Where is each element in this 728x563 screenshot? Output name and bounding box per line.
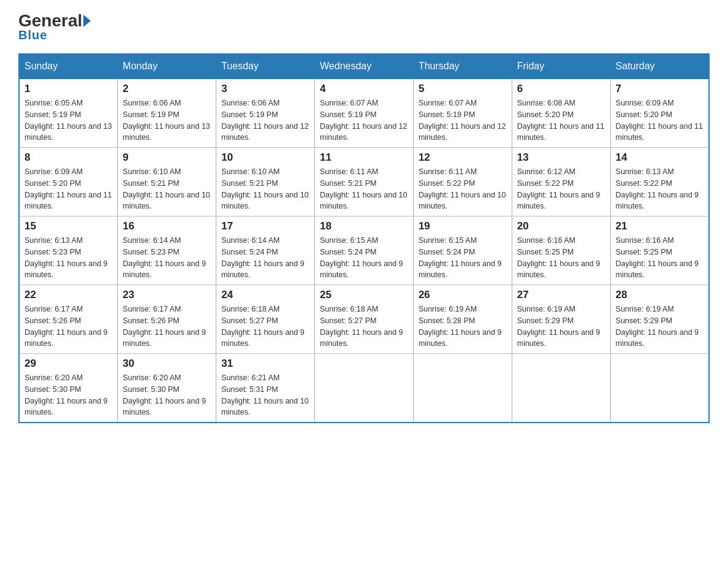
day-number: 8 (25, 151, 112, 164)
calendar-cell: 25 Sunrise: 6:18 AMSunset: 5:27 PMDaylig… (315, 285, 414, 354)
day-info: Sunrise: 6:15 AMSunset: 5:24 PMDaylight:… (419, 235, 507, 281)
day-number: 21 (616, 220, 703, 232)
calendar-cell: 6 Sunrise: 6:08 AMSunset: 5:20 PMDayligh… (512, 79, 610, 148)
header-saturday: Saturday (610, 54, 709, 79)
day-number: 18 (320, 220, 408, 232)
day-info: Sunrise: 6:17 AMSunset: 5:26 PMDaylight:… (123, 304, 211, 350)
header-tuesday: Tuesday (216, 54, 315, 79)
day-number: 6 (517, 83, 605, 95)
day-number: 17 (221, 220, 309, 232)
day-number: 9 (123, 151, 211, 164)
logo-triangle-icon (83, 15, 91, 27)
day-number: 26 (419, 289, 507, 301)
day-number: 4 (320, 83, 408, 95)
day-info: Sunrise: 6:07 AMSunset: 5:19 PMDaylight:… (320, 98, 408, 144)
day-number: 22 (25, 289, 112, 301)
header-wednesday: Wednesday (315, 54, 414, 79)
day-info: Sunrise: 6:14 AMSunset: 5:23 PMDaylight:… (123, 235, 211, 281)
calendar-cell: 13 Sunrise: 6:12 AMSunset: 5:22 PMDaylig… (512, 148, 610, 216)
header-monday: Monday (118, 54, 216, 79)
calendar-cell: 18 Sunrise: 6:15 AMSunset: 5:24 PMDaylig… (315, 216, 414, 285)
calendar-cell: 26 Sunrise: 6:19 AMSunset: 5:28 PMDaylig… (413, 285, 512, 354)
day-number: 3 (221, 83, 309, 95)
day-number: 28 (616, 289, 703, 301)
header-friday: Friday (512, 54, 610, 79)
page-header: General Blue (18, 12, 710, 42)
calendar-cell (610, 354, 709, 423)
calendar-header-row: SundayMondayTuesdayWednesdayThursdayFrid… (19, 54, 709, 79)
day-number: 27 (517, 289, 605, 301)
day-info: Sunrise: 6:09 AMSunset: 5:20 PMDaylight:… (25, 166, 112, 212)
day-number: 13 (517, 151, 605, 164)
calendar-table: SundayMondayTuesdayWednesdayThursdayFrid… (18, 53, 710, 423)
header-thursday: Thursday (413, 54, 512, 79)
calendar-cell: 7 Sunrise: 6:09 AMSunset: 5:20 PMDayligh… (610, 79, 709, 148)
logo-blue-text: Blue (18, 28, 47, 42)
day-info: Sunrise: 6:06 AMSunset: 5:19 PMDaylight:… (221, 98, 309, 144)
calendar-cell (413, 354, 512, 423)
day-info: Sunrise: 6:12 AMSunset: 5:22 PMDaylight:… (517, 166, 605, 212)
week-row-1: 1 Sunrise: 6:05 AMSunset: 5:19 PMDayligh… (19, 79, 709, 148)
calendar-cell: 24 Sunrise: 6:18 AMSunset: 5:27 PMDaylig… (216, 285, 315, 354)
calendar-cell (512, 354, 610, 423)
calendar-cell: 23 Sunrise: 6:17 AMSunset: 5:26 PMDaylig… (118, 285, 216, 354)
day-number: 2 (123, 83, 211, 95)
day-info: Sunrise: 6:14 AMSunset: 5:24 PMDaylight:… (221, 235, 309, 281)
day-number: 5 (419, 83, 507, 95)
day-info: Sunrise: 6:11 AMSunset: 5:22 PMDaylight:… (419, 166, 507, 212)
day-number: 19 (419, 220, 507, 232)
day-info: Sunrise: 6:13 AMSunset: 5:23 PMDaylight:… (25, 235, 112, 281)
calendar-cell: 30 Sunrise: 6:20 AMSunset: 5:30 PMDaylig… (118, 354, 216, 423)
calendar-cell: 10 Sunrise: 6:10 AMSunset: 5:21 PMDaylig… (216, 148, 315, 216)
day-number: 29 (25, 358, 112, 370)
day-info: Sunrise: 6:18 AMSunset: 5:27 PMDaylight:… (221, 304, 309, 350)
calendar-cell (315, 354, 414, 423)
day-info: Sunrise: 6:21 AMSunset: 5:31 PMDaylight:… (221, 372, 309, 418)
calendar-cell: 17 Sunrise: 6:14 AMSunset: 5:24 PMDaylig… (216, 216, 315, 285)
day-info: Sunrise: 6:19 AMSunset: 5:28 PMDaylight:… (419, 304, 507, 350)
calendar-cell: 14 Sunrise: 6:13 AMSunset: 5:22 PMDaylig… (610, 148, 709, 216)
day-info: Sunrise: 6:20 AMSunset: 5:30 PMDaylight:… (123, 372, 211, 418)
calendar-cell: 15 Sunrise: 6:13 AMSunset: 5:23 PMDaylig… (19, 216, 118, 285)
calendar-cell: 9 Sunrise: 6:10 AMSunset: 5:21 PMDayligh… (118, 148, 216, 216)
calendar-cell: 4 Sunrise: 6:07 AMSunset: 5:19 PMDayligh… (315, 79, 414, 148)
week-row-5: 29 Sunrise: 6:20 AMSunset: 5:30 PMDaylig… (19, 354, 709, 423)
day-info: Sunrise: 6:07 AMSunset: 5:19 PMDaylight:… (419, 98, 507, 144)
day-info: Sunrise: 6:08 AMSunset: 5:20 PMDaylight:… (517, 98, 605, 144)
day-info: Sunrise: 6:16 AMSunset: 5:25 PMDaylight:… (517, 235, 605, 281)
day-number: 25 (320, 289, 408, 301)
calendar-cell: 8 Sunrise: 6:09 AMSunset: 5:20 PMDayligh… (19, 148, 118, 216)
calendar-cell: 31 Sunrise: 6:21 AMSunset: 5:31 PMDaylig… (216, 354, 315, 423)
day-number: 30 (123, 358, 211, 370)
day-number: 15 (25, 220, 112, 232)
day-info: Sunrise: 6:05 AMSunset: 5:19 PMDaylight:… (25, 98, 112, 144)
day-number: 11 (320, 151, 408, 164)
calendar-cell: 21 Sunrise: 6:16 AMSunset: 5:25 PMDaylig… (610, 216, 709, 285)
day-info: Sunrise: 6:18 AMSunset: 5:27 PMDaylight:… (320, 304, 408, 350)
day-info: Sunrise: 6:20 AMSunset: 5:30 PMDaylight:… (25, 372, 112, 418)
day-info: Sunrise: 6:10 AMSunset: 5:21 PMDaylight:… (123, 166, 211, 212)
calendar-cell: 3 Sunrise: 6:06 AMSunset: 5:19 PMDayligh… (216, 79, 315, 148)
day-number: 14 (616, 151, 703, 164)
day-info: Sunrise: 6:13 AMSunset: 5:22 PMDaylight:… (616, 166, 703, 212)
calendar-cell: 2 Sunrise: 6:06 AMSunset: 5:19 PMDayligh… (118, 79, 216, 148)
day-number: 31 (221, 358, 309, 370)
day-number: 20 (517, 220, 605, 232)
calendar-cell: 22 Sunrise: 6:17 AMSunset: 5:26 PMDaylig… (19, 285, 118, 354)
calendar-cell: 28 Sunrise: 6:19 AMSunset: 5:29 PMDaylig… (610, 285, 709, 354)
day-number: 23 (123, 289, 211, 301)
header-sunday: Sunday (19, 54, 118, 79)
day-number: 12 (419, 151, 507, 164)
day-info: Sunrise: 6:19 AMSunset: 5:29 PMDaylight:… (517, 304, 605, 350)
logo: General Blue (18, 12, 91, 42)
calendar-cell: 16 Sunrise: 6:14 AMSunset: 5:23 PMDaylig… (118, 216, 216, 285)
calendar-cell: 11 Sunrise: 6:11 AMSunset: 5:21 PMDaylig… (315, 148, 414, 216)
calendar-cell: 19 Sunrise: 6:15 AMSunset: 5:24 PMDaylig… (413, 216, 512, 285)
day-info: Sunrise: 6:15 AMSunset: 5:24 PMDaylight:… (320, 235, 408, 281)
week-row-4: 22 Sunrise: 6:17 AMSunset: 5:26 PMDaylig… (19, 285, 709, 354)
day-number: 16 (123, 220, 211, 232)
day-info: Sunrise: 6:10 AMSunset: 5:21 PMDaylight:… (221, 166, 309, 212)
day-info: Sunrise: 6:16 AMSunset: 5:25 PMDaylight:… (616, 235, 703, 281)
calendar-cell: 29 Sunrise: 6:20 AMSunset: 5:30 PMDaylig… (19, 354, 118, 423)
calendar-cell: 5 Sunrise: 6:07 AMSunset: 5:19 PMDayligh… (413, 79, 512, 148)
